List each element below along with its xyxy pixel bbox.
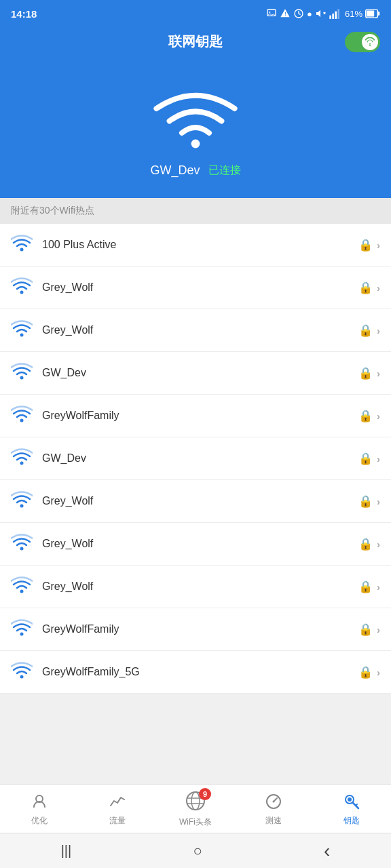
svg-rect-6 <box>329 16 331 19</box>
connected-badge: 已连接 <box>208 163 241 178</box>
wifi-headlines-badge: 9 <box>199 788 211 800</box>
status-time: 14:18 <box>11 8 37 20</box>
flow-icon <box>109 792 126 810</box>
system-nav: ||| ○ ‹ <box>0 833 391 868</box>
svg-point-22 <box>20 547 24 551</box>
optimize-icon <box>31 792 48 810</box>
wifi-item[interactable]: GW_Dev 🔒 › <box>0 352 391 395</box>
wifi-item[interactable]: Grey_Wolf 🔒 › <box>0 309 391 352</box>
lock-icon: 🔒 <box>358 323 373 338</box>
wifi-item-name: Grey_Wolf <box>42 580 358 593</box>
wifi-signal-icon <box>11 363 33 383</box>
keys-icon <box>343 792 360 810</box>
wifi-item-name: Grey_Wolf <box>42 538 358 550</box>
nav-item-flow[interactable]: 流量 <box>78 792 156 827</box>
app-title: 联网钥匙 <box>168 33 223 51</box>
svg-point-33 <box>273 801 275 803</box>
svg-point-13 <box>369 45 371 46</box>
speedtest-icon-wrap <box>265 792 282 812</box>
wifi-item-right: 🔒 › <box>358 409 380 423</box>
wifi-signal-icon <box>11 277 33 298</box>
alert-icon: ! <box>280 8 291 19</box>
wifi-item-right: 🔒 › <box>358 366 380 380</box>
nav-item-wifi-headlines[interactable]: 9 WiFi头条 <box>156 791 234 828</box>
wifi-item[interactable]: 100 Plus Active 🔒 › <box>0 224 391 267</box>
wifi-item-right: 🔒 › <box>358 665 380 679</box>
chevron-icon: › <box>377 282 380 294</box>
nav-item-speedtest[interactable]: 测速 <box>235 792 313 827</box>
wifi-item-right: 🔒 › <box>358 452 380 466</box>
wifi-item-right: 🔒 › <box>358 580 380 594</box>
optimize-icon-wrap <box>31 792 48 812</box>
nav-label-optimize: 优化 <box>31 815 48 827</box>
wifi-item-right: 🔒 › <box>358 623 380 637</box>
wifi-list: 100 Plus Active 🔒 › Grey_Wolf 🔒 › <box>0 224 391 694</box>
chevron-icon: › <box>377 581 380 593</box>
keys-icon-wrap <box>343 792 360 812</box>
lock-icon: 🔒 <box>358 452 373 466</box>
chevron-icon: › <box>377 496 380 507</box>
svg-rect-9 <box>337 9 339 19</box>
wifi-item[interactable]: GreyWolfFamily 🔒 › <box>0 395 391 437</box>
wifi-item-name: Grey_Wolf <box>42 324 358 336</box>
svg-point-20 <box>20 462 24 465</box>
nav-label-flow: 流量 <box>109 815 126 827</box>
battery-icon <box>365 9 380 18</box>
svg-point-18 <box>20 376 24 380</box>
chevron-icon: › <box>377 453 380 465</box>
status-icons: ! ● 61% <box>266 8 380 19</box>
wifi-item-right: 🔒 › <box>358 238 380 252</box>
recent-apps-button[interactable]: ||| <box>48 837 86 864</box>
wifi-item-name: GW_Dev <box>42 367 358 379</box>
back-button[interactable]: ‹ <box>310 835 343 867</box>
lock-icon: 🔒 <box>358 238 373 252</box>
svg-point-15 <box>20 248 24 252</box>
lock-icon: 🔒 <box>358 409 373 423</box>
svg-point-37 <box>348 797 352 802</box>
bottom-nav: 优化 流量 9 WiFi头条 <box>0 784 391 833</box>
wifi-small-icon <box>365 37 375 47</box>
chevron-icon: › <box>377 368 380 379</box>
lock-icon: 🔒 <box>358 623 373 637</box>
wifi-item-name: GW_Dev <box>42 452 358 465</box>
wifi-item[interactable]: Grey_Wolf 🔒 › <box>0 480 391 523</box>
wifi-item[interactable]: Grey_Wolf 🔒 › <box>0 523 391 566</box>
svg-line-36 <box>356 804 357 806</box>
nav-label-wifi-headlines: WiFi头条 <box>179 816 212 828</box>
chevron-icon: › <box>377 410 380 422</box>
wifi-item[interactable]: GreyWolfFamily_5G 🔒 › <box>0 651 391 694</box>
wifi-signal-icon <box>11 235 33 255</box>
lock-icon: 🔒 <box>358 494 373 509</box>
wifi-item[interactable]: GW_Dev 🔒 › <box>0 437 391 480</box>
svg-text:!: ! <box>284 12 286 16</box>
chevron-icon: › <box>377 538 380 550</box>
wifi-signal-icon <box>11 534 33 554</box>
hero-section: GW_Dev 已连接 <box>0 56 391 198</box>
chevron-icon: › <box>377 667 380 678</box>
nav-label-speedtest: 测速 <box>265 815 282 827</box>
nav-item-optimize[interactable]: 优化 <box>0 792 78 827</box>
dot-icon: ● <box>307 9 312 19</box>
wifi-item-right: 🔒 › <box>358 494 380 509</box>
lock-icon: 🔒 <box>358 580 373 594</box>
svg-point-21 <box>20 505 24 508</box>
mute-icon <box>315 8 326 19</box>
wifi-item[interactable]: Grey_Wolf 🔒 › <box>0 267 391 309</box>
chevron-icon: › <box>377 325 380 336</box>
status-bar: 14:18 ! ● 61% <box>0 0 391 27</box>
wifi-item[interactable]: Grey_Wolf 🔒 › <box>0 566 391 608</box>
svg-point-1 <box>269 12 270 13</box>
photo-icon <box>266 8 277 19</box>
wifi-hero-icon <box>141 70 250 158</box>
connected-info: GW_Dev 已连接 <box>150 163 240 178</box>
chevron-icon: › <box>377 239 380 251</box>
wifi-item-right: 🔒 › <box>358 281 380 295</box>
app-header: 联网钥匙 <box>0 27 391 56</box>
wifi-item[interactable]: GreyWolfFamily 🔒 › <box>0 608 391 651</box>
home-button[interactable]: ○ <box>179 837 215 865</box>
wifi-toggle[interactable] <box>345 32 380 52</box>
connected-network-name: GW_Dev <box>150 163 200 178</box>
nav-item-keys[interactable]: 钥匙 <box>313 792 391 827</box>
wifi-item-name: Grey_Wolf <box>42 495 358 507</box>
wifi-headlines-icon-wrap: 9 <box>185 791 206 814</box>
